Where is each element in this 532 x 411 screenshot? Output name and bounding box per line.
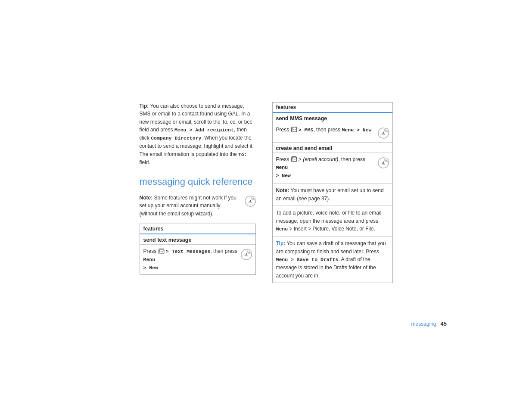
- features-table-left: features send text message Press > Text …: [140, 224, 256, 274]
- svg-text:A: A: [381, 131, 385, 136]
- tip-bold3: To:: [238, 152, 247, 157]
- para-prefix: To add a picture, voice note, or file to…: [276, 210, 382, 224]
- svg-text:a: a: [249, 250, 250, 254]
- email-prefix: Press: [276, 156, 291, 162]
- para-menu: Menu: [276, 226, 288, 232]
- tip-bold2: Company Directory: [151, 135, 201, 141]
- device-icon-note: A a: [245, 196, 256, 207]
- right-note-label: Note:: [276, 187, 289, 193]
- mms-body-text: Press > MMS, then press Menu > New: [276, 126, 375, 134]
- svg-text:a: a: [386, 159, 387, 162]
- email-body-row: Press > (email account), then press Menu…: [273, 153, 392, 183]
- device-icon-email: A a: [378, 157, 389, 168]
- svg-rect-11: [292, 128, 297, 131]
- note-paragraph: Note: Some features might not work if yo…: [140, 194, 256, 218]
- right-para-text: To add a picture, voice note, or file to…: [273, 206, 392, 236]
- footer-label: messaging: [411, 321, 436, 327]
- right-tip-body: You can save a draft of a message that y…: [276, 240, 386, 255]
- note-label: Note:: [140, 195, 153, 201]
- email-new: > New: [276, 173, 291, 178]
- tip-menu1: Menu > Add recipient: [174, 127, 234, 133]
- features-section-email: create and send email Press > (email acc…: [273, 143, 392, 184]
- features-header-right: features: [273, 103, 392, 113]
- tip-paragraph: Tip: You can also choose to send a messa…: [140, 102, 256, 166]
- body-menu: > Text Messages: [166, 249, 211, 254]
- page-container: Tip: You can also choose to send a messa…: [0, 0, 532, 411]
- svg-text:A: A: [248, 199, 252, 204]
- features-section-mms: send MMS message Press > MMS, then press…: [273, 113, 392, 143]
- body-new: > New: [143, 265, 159, 271]
- device-icon-sms: A a: [241, 249, 252, 260]
- email-body-text: Press > (email account), then press Menu…: [276, 156, 375, 180]
- para-end: > Insert > Picture, Voice Note, or File.: [288, 226, 375, 232]
- right-tip-section: Tip: You can save a draft of a message t…: [273, 237, 392, 283]
- svg-text:a: a: [386, 129, 387, 132]
- features-header-left: features: [140, 224, 255, 234]
- right-tip-bold1: Menu > Save to Drafts: [276, 257, 339, 262]
- email-menu-text: > (email account), then press: [299, 156, 365, 162]
- svg-rect-5: [159, 249, 164, 253]
- body-menu2: Menu: [143, 257, 156, 262]
- device-icon-mms: A a: [378, 128, 389, 139]
- right-note-body: You must have your email set up to send …: [276, 187, 384, 202]
- right-para-section: To add a picture, voice note, or file to…: [273, 206, 392, 237]
- features-subheader-left: send text message: [140, 234, 255, 245]
- right-note-section: Note: You must have your email set up to…: [273, 184, 392, 206]
- tip-end: field.: [140, 159, 150, 165]
- svg-rect-17: [292, 157, 297, 161]
- msg-icon-inline: [159, 249, 164, 254]
- mms-then: , then press: [313, 127, 342, 133]
- body-prefix: Press: [143, 248, 158, 254]
- features-body-left: Press > Text Messages, then press Menu >…: [140, 245, 255, 274]
- right-tip-text: Tip: You can save a draft of a message t…: [273, 237, 392, 283]
- email-icon: [291, 156, 297, 162]
- mms-prefix: Press: [276, 127, 291, 133]
- body-then: , then press: [210, 248, 237, 254]
- left-column: Tip: You can also choose to send a messa…: [140, 102, 256, 275]
- features-subheader-email: create and send email: [273, 143, 392, 153]
- svg-text:a: a: [252, 197, 254, 200]
- tip-label: Tip:: [140, 103, 149, 109]
- features-table-right: features send MMS message Press: [272, 102, 393, 283]
- svg-text:A: A: [381, 160, 385, 165]
- note-body: Some features might not work if you set …: [140, 195, 236, 217]
- right-tip-label: Tip:: [276, 240, 286, 246]
- email-menu2: Menu: [276, 165, 288, 170]
- features-subheader-mms: send MMS message: [273, 113, 392, 123]
- mms-body-row: Press > MMS, then press Menu > New: [273, 123, 392, 142]
- mms-menu: > MMS: [299, 127, 314, 133]
- note-text-content: Note: Some features might not work if yo…: [140, 194, 239, 218]
- section-heading: messaging quick reference: [140, 176, 256, 188]
- page-footer: messaging 45: [411, 321, 447, 327]
- mms-menu2: Menu > New: [342, 127, 371, 133]
- features-body-text-left: Press > Text Messages, then press Menu >…: [143, 247, 238, 271]
- right-note-text: Note: You must have your email set up to…: [273, 184, 392, 206]
- mms-icon: [291, 127, 297, 132]
- right-column: features send MMS message Press: [272, 102, 393, 283]
- svg-text:A: A: [244, 252, 248, 257]
- footer-page-number: 45: [441, 321, 447, 327]
